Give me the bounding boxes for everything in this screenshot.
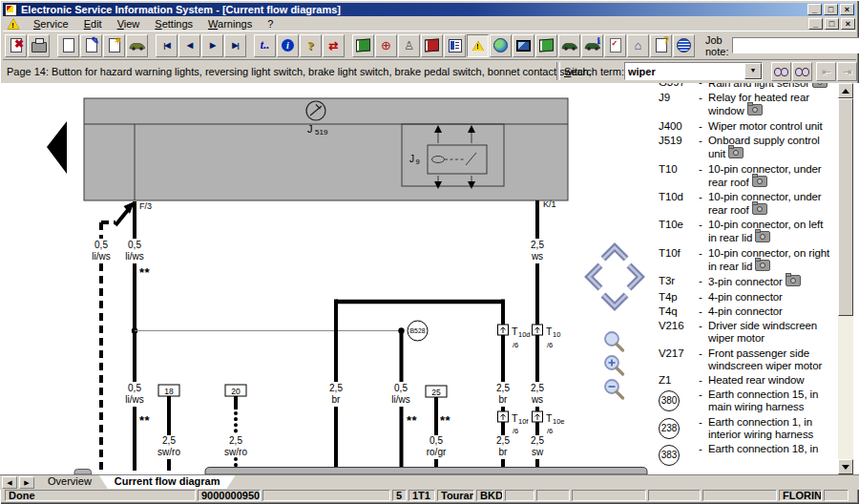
- search-next-button[interactable]: [771, 62, 791, 81]
- vehicle-info-button[interactable]: ℹ: [581, 34, 603, 57]
- new-document-button[interactable]: [57, 34, 79, 57]
- camera-icon[interactable]: [755, 260, 770, 271]
- legend-dash: -: [699, 83, 708, 90]
- warning-triangle-icon: [8, 18, 20, 29]
- close-button[interactable]: ×: [840, 4, 854, 15]
- legend-description: Wiper motor control unit: [708, 120, 830, 133]
- page-back-arrow[interactable]: [47, 121, 67, 174]
- search-term-combo[interactable]: ▼: [624, 62, 763, 80]
- chevron-down-icon[interactable]: ▼: [744, 63, 762, 79]
- help-button[interactable]: ?: [300, 34, 322, 57]
- vehicle-button[interactable]: [126, 34, 148, 57]
- svg-text:/6: /6: [513, 427, 518, 435]
- toolbar: ✖✎✶|◀◀▶▶|t..i?⇄⊕♙ℹ⌂? Job note: ✎: [3, 31, 856, 60]
- nav-icon: ◀: [187, 42, 192, 50]
- new-note-button[interactable]: ✶: [103, 34, 125, 57]
- relay-label: J: [409, 154, 414, 164]
- info-button[interactable]: i: [277, 34, 299, 57]
- tab-scroll-left-button[interactable]: ◀: [2, 476, 17, 489]
- menu-warnings[interactable]: Warnings: [200, 18, 260, 30]
- component-legend: G397-Rain and light sensorJ9-Relay for h…: [651, 83, 838, 474]
- minimize-button[interactable]: _: [807, 4, 822, 15]
- camera-icon[interactable]: [755, 231, 770, 242]
- legend-dash: -: [699, 191, 708, 217]
- checklist-button[interactable]: [604, 34, 626, 57]
- zoom-in-control[interactable]: [605, 356, 623, 374]
- legend-row-383: 383-Earth connection 18, in: [659, 443, 838, 466]
- legend-row-g397: G397-Rain and light sensor: [659, 83, 838, 90]
- book-red-icon: [425, 38, 439, 52]
- book-green-icon: [356, 38, 370, 52]
- telephone-button[interactable]: t..: [254, 34, 276, 57]
- exit-button[interactable]: ✖: [5, 34, 27, 57]
- first-page-button[interactable]: |◀: [156, 34, 178, 57]
- warnings-toggle-button[interactable]: [467, 34, 489, 57]
- pan-left-control[interactable]: [589, 265, 600, 288]
- camera-lens: [757, 178, 763, 184]
- camera-icon[interactable]: [728, 147, 744, 158]
- job-note-input[interactable]: [732, 37, 859, 53]
- legend-description: Earth connection 18, in: [708, 443, 830, 466]
- zoom-out-control[interactable]: [605, 380, 623, 398]
- scroll-up-button[interactable]: [838, 83, 853, 98]
- legend-scrollbar[interactable]: [838, 83, 853, 474]
- camera-icon[interactable]: [752, 203, 767, 215]
- svg-text:/6: /6: [547, 341, 553, 349]
- report-button[interactable]: [444, 34, 466, 57]
- customer-service-button[interactable]: ♙: [398, 34, 420, 57]
- menu-view[interactable]: View: [110, 18, 148, 30]
- svg-text:li/ws: li/ws: [391, 394, 409, 405]
- menu-settings[interactable]: Settings: [147, 18, 200, 30]
- camera-icon[interactable]: [812, 83, 828, 88]
- menu-service[interactable]: Service: [26, 18, 76, 30]
- zoom-reset-control[interactable]: [605, 332, 623, 350]
- svg-text:br: br: [499, 394, 509, 405]
- menu-help[interactable]: ?: [260, 18, 281, 30]
- globe-button[interactable]: [490, 34, 512, 57]
- svg-text:T: T: [512, 326, 518, 337]
- monitor-button[interactable]: [513, 34, 534, 57]
- restore-button[interactable]: □: [824, 4, 838, 15]
- camera-lens: [817, 83, 823, 85]
- parts-book-button[interactable]: [535, 34, 557, 57]
- compare-button[interactable]: ⇄: [323, 34, 345, 57]
- scroll-down-button[interactable]: [838, 459, 853, 474]
- mdi-minimize-button[interactable]: _: [808, 18, 823, 30]
- search-previous-button[interactable]: [792, 62, 812, 81]
- mdi-restore-button[interactable]: □: [825, 18, 839, 30]
- status-cell-7: [505, 490, 534, 501]
- document-help-button[interactable]: ?: [650, 34, 672, 57]
- print-button[interactable]: [28, 34, 50, 57]
- workshop-button[interactable]: ⌂: [627, 34, 649, 57]
- camera-icon[interactable]: [752, 176, 767, 187]
- vehicle-data-button[interactable]: [558, 34, 580, 57]
- application-window: Electronic Service Information System - …: [0, 0, 859, 504]
- tab-bar: ◀ ▶ OverviewCurrent flow diagram: [0, 474, 859, 490]
- svg-text:T: T: [546, 326, 553, 337]
- status-cell-touran: Touran: [437, 490, 474, 501]
- pan-right-control[interactable]: [629, 265, 640, 288]
- camera-icon[interactable]: [786, 275, 801, 286]
- camera-icon[interactable]: [747, 104, 763, 116]
- mdi-close-button[interactable]: ×: [841, 18, 855, 30]
- manuals-button[interactable]: [421, 34, 443, 57]
- legend-row-t4p: T4p-4-pin connector: [659, 291, 838, 304]
- svg-text:**: **: [440, 413, 451, 428]
- pan-up-control[interactable]: [603, 247, 626, 259]
- last-page-button[interactable]: ▶|: [224, 34, 246, 57]
- next-page-button[interactable]: ▶: [201, 34, 223, 57]
- wheel-button[interactable]: ⊕: [375, 34, 397, 57]
- previous-page-button[interactable]: ◀: [178, 34, 200, 57]
- search-term-input[interactable]: [625, 66, 744, 77]
- tab-current-flow-diagram[interactable]: Current flow diagram: [99, 475, 236, 489]
- svg-text:2,5: 2,5: [496, 435, 510, 446]
- pan-down-control[interactable]: [603, 295, 626, 306]
- legend-code: J519: [659, 135, 699, 160]
- edit-document-button[interactable]: ✎: [80, 34, 102, 57]
- service-book-button[interactable]: [352, 34, 374, 57]
- online-button[interactable]: [673, 34, 695, 57]
- tab-scroll-right-button[interactable]: ▶: [19, 476, 34, 489]
- scrollbar-thumb[interactable]: [838, 98, 853, 316]
- tab-overview[interactable]: Overview: [32, 475, 107, 489]
- menu-edit[interactable]: Edit: [76, 18, 110, 30]
